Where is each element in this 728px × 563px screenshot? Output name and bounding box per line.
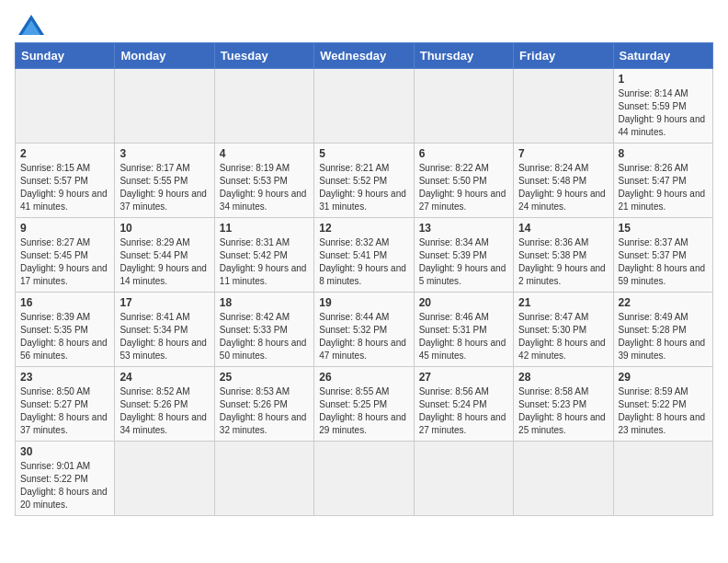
day-info: Sunrise: 8:24 AM Sunset: 5:48 PM Dayligh…	[518, 162, 608, 213]
day-cell	[214, 442, 313, 516]
day-cell: 12Sunrise: 8:32 AM Sunset: 5:41 PM Dayli…	[314, 218, 414, 293]
day-number: 4	[220, 147, 309, 160]
day-info: Sunrise: 8:55 AM Sunset: 5:25 PM Dayligh…	[319, 385, 408, 437]
day-info: Sunrise: 8:56 AM Sunset: 5:24 PM Dayligh…	[419, 385, 508, 437]
day-number: 8	[619, 147, 708, 160]
header	[15, 15, 713, 35]
day-info: Sunrise: 8:37 AM Sunset: 5:37 PM Dayligh…	[619, 236, 708, 288]
day-number: 14	[518, 222, 608, 235]
day-cell: 21Sunrise: 8:47 AM Sunset: 5:30 PM Dayli…	[514, 293, 613, 367]
weekday-header-tuesday: Tuesday	[214, 43, 313, 69]
day-info: Sunrise: 8:26 AM Sunset: 5:47 PM Dayligh…	[619, 162, 708, 213]
day-cell: 8Sunrise: 8:26 AM Sunset: 5:47 PM Daylig…	[613, 144, 712, 218]
day-cell: 27Sunrise: 8:56 AM Sunset: 5:24 PM Dayli…	[414, 367, 513, 442]
day-info: Sunrise: 8:44 AM Sunset: 5:32 PM Dayligh…	[319, 311, 408, 362]
week-row-3: 9Sunrise: 8:27 AM Sunset: 5:45 PM Daylig…	[16, 218, 713, 293]
day-number: 26	[319, 371, 408, 384]
logo	[15, 15, 44, 35]
day-info: Sunrise: 8:14 AM Sunset: 5:59 PM Dayligh…	[619, 87, 708, 139]
day-cell	[115, 442, 214, 516]
day-number: 15	[619, 222, 708, 235]
week-row-5: 23Sunrise: 8:50 AM Sunset: 5:27 PM Dayli…	[16, 367, 713, 442]
day-cell: 2Sunrise: 8:15 AM Sunset: 5:57 PM Daylig…	[16, 144, 115, 218]
day-cell: 5Sunrise: 8:21 AM Sunset: 5:52 PM Daylig…	[314, 144, 414, 218]
day-number: 18	[220, 296, 309, 309]
day-number: 22	[619, 296, 708, 309]
day-info: Sunrise: 8:31 AM Sunset: 5:42 PM Dayligh…	[220, 236, 309, 288]
day-cell: 18Sunrise: 8:42 AM Sunset: 5:33 PM Dayli…	[214, 293, 313, 367]
weekday-header-wednesday: Wednesday	[314, 43, 414, 69]
day-number: 2	[20, 147, 109, 160]
week-row-2: 2Sunrise: 8:15 AM Sunset: 5:57 PM Daylig…	[16, 144, 713, 218]
day-cell: 22Sunrise: 8:49 AM Sunset: 5:28 PM Dayli…	[613, 293, 712, 367]
day-number: 25	[220, 371, 309, 384]
day-number: 27	[419, 371, 508, 384]
day-info: Sunrise: 8:50 AM Sunset: 5:27 PM Dayligh…	[20, 385, 109, 437]
day-info: Sunrise: 8:32 AM Sunset: 5:41 PM Dayligh…	[319, 236, 408, 288]
day-info: Sunrise: 8:39 AM Sunset: 5:35 PM Dayligh…	[20, 311, 109, 362]
day-number: 10	[119, 222, 209, 235]
day-number: 20	[419, 296, 508, 309]
day-cell	[314, 442, 414, 516]
day-info: Sunrise: 8:22 AM Sunset: 5:50 PM Dayligh…	[419, 162, 508, 213]
day-cell	[514, 442, 613, 516]
day-cell: 30Sunrise: 9:01 AM Sunset: 5:22 PM Dayli…	[16, 442, 115, 516]
day-cell	[314, 69, 414, 144]
day-info: Sunrise: 8:15 AM Sunset: 5:57 PM Dayligh…	[20, 162, 109, 213]
weekday-header-saturday: Saturday	[613, 43, 712, 69]
day-cell: 29Sunrise: 8:59 AM Sunset: 5:22 PM Dayli…	[613, 367, 712, 442]
day-number: 7	[518, 147, 608, 160]
weekday-header-monday: Monday	[115, 43, 214, 69]
day-number: 30	[20, 445, 109, 458]
day-cell: 1Sunrise: 8:14 AM Sunset: 5:59 PM Daylig…	[613, 69, 712, 144]
day-info: Sunrise: 8:21 AM Sunset: 5:52 PM Dayligh…	[319, 162, 408, 213]
day-number: 17	[119, 296, 209, 309]
day-cell: 15Sunrise: 8:37 AM Sunset: 5:37 PM Dayli…	[613, 218, 712, 293]
day-info: Sunrise: 8:29 AM Sunset: 5:44 PM Dayligh…	[119, 236, 209, 288]
day-cell	[514, 69, 613, 144]
weekday-header-row: SundayMondayTuesdayWednesdayThursdayFrid…	[16, 43, 713, 69]
day-info: Sunrise: 8:36 AM Sunset: 5:38 PM Dayligh…	[518, 236, 608, 288]
day-number: 28	[518, 371, 608, 384]
day-cell: 10Sunrise: 8:29 AM Sunset: 5:44 PM Dayli…	[115, 218, 214, 293]
day-number: 6	[419, 147, 508, 160]
day-cell: 11Sunrise: 8:31 AM Sunset: 5:42 PM Dayli…	[214, 218, 313, 293]
week-row-6: 30Sunrise: 9:01 AM Sunset: 5:22 PM Dayli…	[16, 442, 713, 516]
day-cell	[214, 69, 313, 144]
day-cell: 13Sunrise: 8:34 AM Sunset: 5:39 PM Dayli…	[414, 218, 513, 293]
day-info: Sunrise: 8:19 AM Sunset: 5:53 PM Dayligh…	[220, 162, 309, 213]
calendar: SundayMondayTuesdayWednesdayThursdayFrid…	[15, 42, 713, 516]
day-number: 21	[518, 296, 608, 309]
day-cell	[16, 69, 115, 144]
weekday-header-sunday: Sunday	[16, 43, 115, 69]
day-info: Sunrise: 8:53 AM Sunset: 5:26 PM Dayligh…	[220, 385, 309, 437]
weekday-header-thursday: Thursday	[414, 43, 513, 69]
day-info: Sunrise: 8:17 AM Sunset: 5:55 PM Dayligh…	[119, 162, 209, 213]
day-info: Sunrise: 8:41 AM Sunset: 5:34 PM Dayligh…	[119, 311, 209, 362]
day-number: 16	[20, 296, 109, 309]
day-info: Sunrise: 8:59 AM Sunset: 5:22 PM Dayligh…	[619, 385, 708, 437]
week-row-4: 16Sunrise: 8:39 AM Sunset: 5:35 PM Dayli…	[16, 293, 713, 367]
weekday-header-friday: Friday	[514, 43, 613, 69]
day-number: 5	[319, 147, 408, 160]
day-info: Sunrise: 8:42 AM Sunset: 5:33 PM Dayligh…	[220, 311, 309, 362]
day-info: Sunrise: 8:27 AM Sunset: 5:45 PM Dayligh…	[20, 236, 109, 288]
day-cell	[613, 442, 712, 516]
week-row-1: 1Sunrise: 8:14 AM Sunset: 5:59 PM Daylig…	[16, 69, 713, 144]
day-cell: 6Sunrise: 8:22 AM Sunset: 5:50 PM Daylig…	[414, 144, 513, 218]
day-info: Sunrise: 9:01 AM Sunset: 5:22 PM Dayligh…	[20, 460, 109, 511]
day-cell	[414, 69, 513, 144]
day-number: 11	[220, 222, 309, 235]
day-info: Sunrise: 8:34 AM Sunset: 5:39 PM Dayligh…	[419, 236, 508, 288]
day-cell: 4Sunrise: 8:19 AM Sunset: 5:53 PM Daylig…	[214, 144, 313, 218]
day-cell: 23Sunrise: 8:50 AM Sunset: 5:27 PM Dayli…	[16, 367, 115, 442]
day-cell	[414, 442, 513, 516]
day-cell: 28Sunrise: 8:58 AM Sunset: 5:23 PM Dayli…	[514, 367, 613, 442]
day-cell: 9Sunrise: 8:27 AM Sunset: 5:45 PM Daylig…	[16, 218, 115, 293]
day-info: Sunrise: 8:46 AM Sunset: 5:31 PM Dayligh…	[419, 311, 508, 362]
day-info: Sunrise: 8:49 AM Sunset: 5:28 PM Dayligh…	[619, 311, 708, 362]
day-cell: 17Sunrise: 8:41 AM Sunset: 5:34 PM Dayli…	[115, 293, 214, 367]
day-info: Sunrise: 8:47 AM Sunset: 5:30 PM Dayligh…	[518, 311, 608, 362]
day-number: 29	[619, 371, 708, 384]
day-info: Sunrise: 8:52 AM Sunset: 5:26 PM Dayligh…	[119, 385, 209, 437]
